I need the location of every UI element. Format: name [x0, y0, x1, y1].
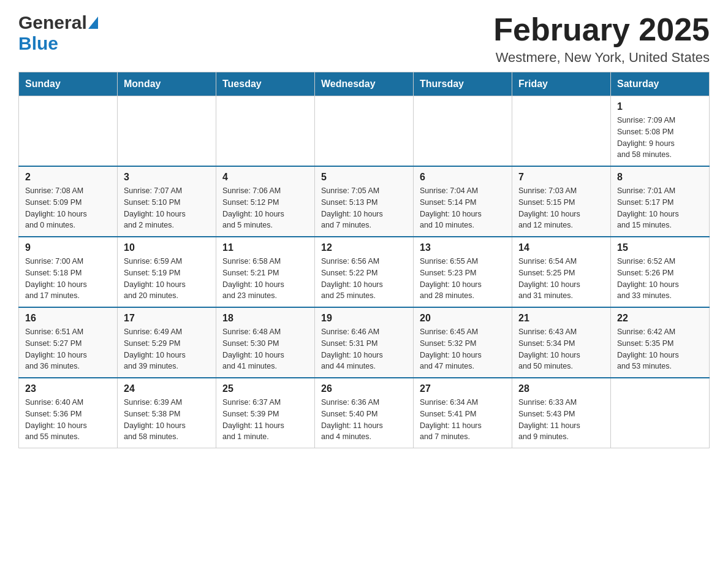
- day-number: 6: [420, 172, 506, 183]
- calendar-day-cell: [512, 96, 611, 167]
- calendar-day-cell: [414, 96, 512, 167]
- calendar-day-cell: 20Sunrise: 6:45 AM Sunset: 5:32 PM Dayli…: [414, 307, 512, 378]
- day-number: 17: [124, 313, 210, 324]
- calendar-week-row: 9Sunrise: 7:00 AM Sunset: 5:18 PM Daylig…: [19, 237, 710, 307]
- day-info: Sunrise: 7:08 AM Sunset: 5:09 PM Dayligh…: [25, 185, 111, 231]
- day-number: 28: [518, 383, 604, 394]
- calendar-day-cell: 11Sunrise: 6:58 AM Sunset: 5:21 PM Dayli…: [216, 237, 315, 307]
- logo-general-text: General: [18, 12, 87, 33]
- day-number: 2: [25, 172, 111, 183]
- day-info: Sunrise: 7:06 AM Sunset: 5:12 PM Dayligh…: [222, 185, 308, 231]
- calendar-day-cell: 27Sunrise: 6:34 AM Sunset: 5:41 PM Dayli…: [414, 378, 512, 448]
- calendar-day-cell: 2Sunrise: 7:08 AM Sunset: 5:09 PM Daylig…: [19, 166, 118, 237]
- day-info: Sunrise: 7:03 AM Sunset: 5:15 PM Dayligh…: [518, 185, 604, 231]
- day-info: Sunrise: 6:58 AM Sunset: 5:21 PM Dayligh…: [222, 256, 308, 302]
- calendar-day-cell: 24Sunrise: 6:39 AM Sunset: 5:38 PM Dayli…: [118, 378, 216, 448]
- calendar-day-cell: 13Sunrise: 6:55 AM Sunset: 5:23 PM Dayli…: [414, 237, 512, 307]
- calendar-day-cell: [315, 96, 414, 167]
- day-info: Sunrise: 6:43 AM Sunset: 5:34 PM Dayligh…: [518, 326, 604, 372]
- day-info: Sunrise: 7:04 AM Sunset: 5:14 PM Dayligh…: [420, 185, 506, 231]
- day-number: 20: [420, 313, 506, 324]
- calendar-day-cell: [19, 96, 118, 167]
- day-info: Sunrise: 6:52 AM Sunset: 5:26 PM Dayligh…: [617, 256, 703, 302]
- day-info: Sunrise: 7:01 AM Sunset: 5:17 PM Dayligh…: [617, 185, 703, 231]
- day-number: 8: [617, 172, 703, 183]
- calendar-day-cell: 18Sunrise: 6:48 AM Sunset: 5:30 PM Dayli…: [216, 307, 315, 378]
- calendar-table: SundayMondayTuesdayWednesdayThursdayFrid…: [18, 72, 710, 448]
- day-header-wednesday: Wednesday: [315, 72, 414, 96]
- day-number: 18: [222, 313, 308, 324]
- calendar-day-cell: 10Sunrise: 6:59 AM Sunset: 5:19 PM Dayli…: [118, 237, 216, 307]
- day-info: Sunrise: 6:55 AM Sunset: 5:23 PM Dayligh…: [420, 256, 506, 302]
- day-number: 5: [321, 172, 407, 183]
- day-info: Sunrise: 6:37 AM Sunset: 5:39 PM Dayligh…: [222, 397, 308, 443]
- day-number: 13: [420, 242, 506, 253]
- calendar-day-cell: 23Sunrise: 6:40 AM Sunset: 5:36 PM Dayli…: [19, 378, 118, 448]
- day-number: 25: [222, 383, 308, 394]
- day-info: Sunrise: 6:49 AM Sunset: 5:29 PM Dayligh…: [124, 326, 210, 372]
- day-number: 9: [25, 242, 111, 253]
- page-header: General Blue February 2025 Westmere, New…: [18, 12, 710, 66]
- day-info: Sunrise: 6:59 AM Sunset: 5:19 PM Dayligh…: [124, 256, 210, 302]
- day-info: Sunrise: 6:33 AM Sunset: 5:43 PM Dayligh…: [518, 397, 604, 443]
- calendar-week-row: 23Sunrise: 6:40 AM Sunset: 5:36 PM Dayli…: [19, 378, 710, 448]
- day-number: 15: [617, 242, 703, 253]
- calendar-header-row: SundayMondayTuesdayWednesdayThursdayFrid…: [19, 72, 710, 96]
- day-header-saturday: Saturday: [611, 72, 710, 96]
- day-info: Sunrise: 7:09 AM Sunset: 5:08 PM Dayligh…: [617, 115, 703, 161]
- logo: General Blue: [18, 12, 98, 54]
- calendar-week-row: 1Sunrise: 7:09 AM Sunset: 5:08 PM Daylig…: [19, 96, 710, 167]
- day-info: Sunrise: 6:48 AM Sunset: 5:30 PM Dayligh…: [222, 326, 308, 372]
- day-number: 24: [124, 383, 210, 394]
- day-header-thursday: Thursday: [414, 72, 512, 96]
- day-number: 7: [518, 172, 604, 183]
- calendar-day-cell: 12Sunrise: 6:56 AM Sunset: 5:22 PM Dayli…: [315, 237, 414, 307]
- day-info: Sunrise: 6:34 AM Sunset: 5:41 PM Dayligh…: [420, 397, 506, 443]
- day-number: 19: [321, 313, 407, 324]
- day-header-friday: Friday: [512, 72, 611, 96]
- day-info: Sunrise: 6:54 AM Sunset: 5:25 PM Dayligh…: [518, 256, 604, 302]
- day-number: 26: [321, 383, 407, 394]
- calendar-day-cell: 16Sunrise: 6:51 AM Sunset: 5:27 PM Dayli…: [19, 307, 118, 378]
- calendar-day-cell: 28Sunrise: 6:33 AM Sunset: 5:43 PM Dayli…: [512, 378, 611, 448]
- day-info: Sunrise: 6:39 AM Sunset: 5:38 PM Dayligh…: [124, 397, 210, 443]
- logo-arrow-icon: [88, 17, 98, 29]
- calendar-day-cell: 7Sunrise: 7:03 AM Sunset: 5:15 PM Daylig…: [512, 166, 611, 237]
- calendar-day-cell: 4Sunrise: 7:06 AM Sunset: 5:12 PM Daylig…: [216, 166, 315, 237]
- calendar-day-cell: 1Sunrise: 7:09 AM Sunset: 5:08 PM Daylig…: [611, 96, 710, 167]
- title-section: February 2025 Westmere, New York, United…: [493, 12, 710, 66]
- calendar-day-cell: 9Sunrise: 7:00 AM Sunset: 5:18 PM Daylig…: [19, 237, 118, 307]
- day-info: Sunrise: 7:07 AM Sunset: 5:10 PM Dayligh…: [124, 185, 210, 231]
- day-number: 3: [124, 172, 210, 183]
- day-number: 27: [420, 383, 506, 394]
- day-number: 4: [222, 172, 308, 183]
- month-title: February 2025: [493, 12, 710, 47]
- day-info: Sunrise: 6:42 AM Sunset: 5:35 PM Dayligh…: [617, 326, 703, 372]
- calendar-day-cell: 19Sunrise: 6:46 AM Sunset: 5:31 PM Dayli…: [315, 307, 414, 378]
- calendar-day-cell: 15Sunrise: 6:52 AM Sunset: 5:26 PM Dayli…: [611, 237, 710, 307]
- day-info: Sunrise: 6:46 AM Sunset: 5:31 PM Dayligh…: [321, 326, 407, 372]
- calendar-week-row: 16Sunrise: 6:51 AM Sunset: 5:27 PM Dayli…: [19, 307, 710, 378]
- calendar-day-cell: 17Sunrise: 6:49 AM Sunset: 5:29 PM Dayli…: [118, 307, 216, 378]
- day-number: 10: [124, 242, 210, 253]
- day-header-monday: Monday: [118, 72, 216, 96]
- day-number: 16: [25, 313, 111, 324]
- calendar-day-cell: [118, 96, 216, 167]
- day-header-sunday: Sunday: [19, 72, 118, 96]
- day-info: Sunrise: 7:05 AM Sunset: 5:13 PM Dayligh…: [321, 185, 407, 231]
- day-number: 23: [25, 383, 111, 394]
- day-info: Sunrise: 6:36 AM Sunset: 5:40 PM Dayligh…: [321, 397, 407, 443]
- calendar-day-cell: 21Sunrise: 6:43 AM Sunset: 5:34 PM Dayli…: [512, 307, 611, 378]
- day-header-tuesday: Tuesday: [216, 72, 315, 96]
- day-info: Sunrise: 6:51 AM Sunset: 5:27 PM Dayligh…: [25, 326, 111, 372]
- day-info: Sunrise: 7:00 AM Sunset: 5:18 PM Dayligh…: [25, 256, 111, 302]
- day-info: Sunrise: 6:40 AM Sunset: 5:36 PM Dayligh…: [25, 397, 111, 443]
- logo-blue-text: Blue: [18, 33, 58, 53]
- calendar-day-cell: 26Sunrise: 6:36 AM Sunset: 5:40 PM Dayli…: [315, 378, 414, 448]
- day-info: Sunrise: 6:56 AM Sunset: 5:22 PM Dayligh…: [321, 256, 407, 302]
- day-info: Sunrise: 6:45 AM Sunset: 5:32 PM Dayligh…: [420, 326, 506, 372]
- day-number: 22: [617, 313, 703, 324]
- calendar-week-row: 2Sunrise: 7:08 AM Sunset: 5:09 PM Daylig…: [19, 166, 710, 237]
- location-subtitle: Westmere, New York, United States: [493, 50, 710, 66]
- calendar-day-cell: 5Sunrise: 7:05 AM Sunset: 5:13 PM Daylig…: [315, 166, 414, 237]
